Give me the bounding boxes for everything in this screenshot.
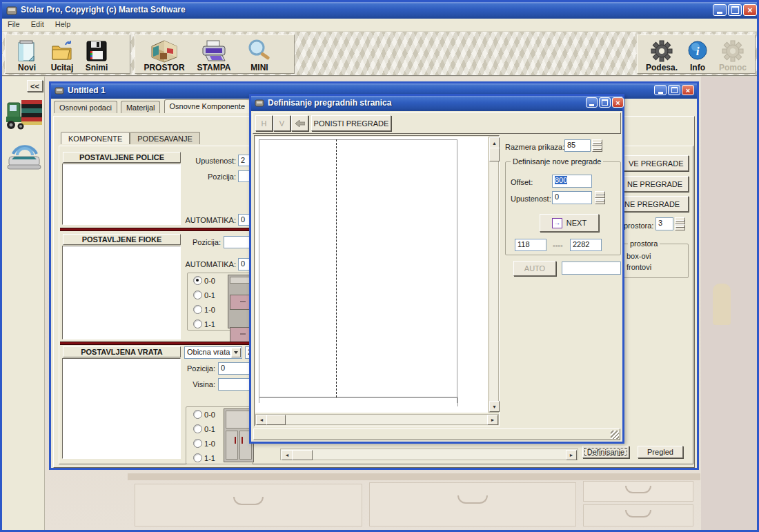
novi-button[interactable]: Novi: [10, 37, 44, 72]
snimi-label: Snimi: [86, 63, 108, 72]
forklift-icon[interactable]: [5, 96, 43, 135]
prostora-field[interactable]: 3: [656, 217, 673, 230]
cabinet-outline: [259, 139, 457, 403]
razmera-spinner[interactable]: [592, 139, 602, 152]
spin-down-icon[interactable]: [595, 198, 605, 205]
scroll-left-icon[interactable]: ◄: [256, 415, 267, 425]
ucitaj-button[interactable]: Ucitaj: [46, 37, 79, 72]
spin-up-icon[interactable]: [675, 217, 685, 224]
chevron-down-icon[interactable]: [231, 348, 241, 357]
auto-label: AUTO: [524, 264, 545, 273]
vrata-radio-0-0[interactable]: 0-0: [193, 410, 215, 419]
prostor-label: PROSTOR: [144, 63, 184, 72]
vrata-radio-1-0[interactable]: 1-0: [193, 439, 215, 448]
tab-materijal[interactable]: Materijal: [121, 101, 161, 113]
range-max-field[interactable]: 2282: [570, 239, 602, 251]
snimi-button[interactable]: Snimi: [79, 37, 115, 72]
dialog-upustenost-field[interactable]: 0: [552, 191, 592, 204]
upustenost-spinner[interactable]: [595, 191, 605, 204]
subtab-komponente[interactable]: KOMPONENTE: [61, 132, 130, 144]
definisanje-button[interactable]: Definisanje: [582, 446, 629, 458]
vrata-radio-1-1[interactable]: 1-1: [193, 453, 215, 462]
spin-up-icon[interactable]: [592, 139, 602, 146]
sidebar-collapse-button[interactable]: <<: [27, 80, 43, 92]
collapse-label: <<: [30, 82, 39, 90]
scroll-left-icon[interactable]: ◄: [282, 450, 293, 460]
vrata-header: POSTAVLJENA VRATA: [63, 346, 181, 357]
next-label: NEXT: [566, 219, 586, 227]
minimize-icon: [658, 92, 663, 94]
vrata-visina-label: Visina:: [185, 380, 215, 388]
gear-icon: [650, 39, 673, 63]
vrata-header-label: POSTAVLJENA VRATA: [81, 348, 163, 356]
maximize-icon: [731, 6, 739, 14]
fioke-radio-0-0[interactable]: 0-0: [193, 276, 215, 285]
spin-down-icon[interactable]: [675, 224, 685, 231]
dialog-close-button[interactable]: ×: [612, 97, 624, 108]
dialog-maximize-button[interactable]: [599, 97, 611, 108]
police-header-label: POSTAVLJENE POLICE: [79, 153, 164, 161]
spin-down-icon[interactable]: [592, 146, 602, 152]
document-hscrollbar[interactable]: ◄ ►: [280, 449, 578, 460]
vrata-radio-0-1[interactable]: 0-1: [193, 424, 215, 433]
pregled-button[interactable]: Pregled: [638, 446, 683, 458]
pregrade-dialog: Definisanje pregradnih stranica × H V PO…: [249, 94, 624, 444]
radio-icon: [193, 290, 202, 299]
next-button[interactable]: → NEXT: [540, 214, 599, 232]
document-minimize-button[interactable]: [654, 85, 667, 95]
offset-field[interactable]: 800: [552, 175, 592, 188]
tab-osnovni-podaci[interactable]: Osnovni podaci: [54, 101, 117, 113]
radio-label: 1-0: [204, 306, 215, 314]
vrata-listbox[interactable]: [62, 358, 181, 459]
range-min-field[interactable]: 118: [515, 239, 546, 251]
ponisti-label: PONISTI PREGRADE: [314, 119, 389, 128]
stampa-button[interactable]: STAMPA: [192, 37, 236, 72]
menu-edit[interactable]: Edit: [26, 19, 50, 31]
police-header: POSTAVLJENE POLICE: [63, 152, 181, 163]
prostor-button[interactable]: PROSTOR: [141, 37, 188, 72]
tab-osnovne-komponente[interactable]: Osnovne Komponente: [164, 99, 250, 113]
dialog-minimize-button[interactable]: [586, 97, 598, 108]
scroll-thumb[interactable]: [266, 415, 286, 425]
app-maximize-button[interactable]: [728, 4, 742, 16]
scroll-right-icon[interactable]: ►: [487, 415, 498, 425]
menu-bar: File Edit Help: [2, 19, 757, 32]
mini-button[interactable]: MINI: [240, 37, 279, 72]
ponisti-pregrade-button[interactable]: PONISTI PREGRADE: [311, 115, 391, 131]
document-close-button[interactable]: ×: [682, 85, 694, 95]
scroll-right-icon[interactable]: ►: [566, 450, 577, 460]
spin-up-icon[interactable]: [595, 191, 605, 198]
drawing-canvas[interactable]: [255, 137, 488, 413]
dialog-titlebar[interactable]: Definisanje pregradnih stranica ×: [251, 96, 622, 111]
vrata-type-dropdown[interactable]: Obicna vrata: [184, 346, 242, 359]
scroll-thumb[interactable]: [292, 450, 313, 460]
subtab-podesavanje[interactable]: PODESAVANJE: [130, 132, 200, 144]
app-minimize-button[interactable]: [713, 4, 727, 16]
app-close-button[interactable]: ×: [743, 4, 757, 16]
radio-label: 1-1: [204, 454, 215, 462]
scroll-thumb[interactable]: [489, 148, 500, 161]
podesa-button[interactable]: Podesa.: [642, 37, 682, 72]
fioke-radio-0-1[interactable]: 0-1: [193, 290, 215, 299]
fioke-radio-1-1[interactable]: 1-1: [193, 319, 215, 328]
fioke-listbox[interactable]: [62, 246, 181, 339]
resize-grip[interactable]: [611, 431, 619, 439]
razmera-field[interactable]: 85: [564, 139, 591, 152]
scroll-up-icon[interactable]: ▲: [489, 137, 500, 148]
document-maximize-button[interactable]: [668, 85, 680, 95]
auto-field[interactable]: [562, 262, 621, 275]
fioke-radio-1-0[interactable]: 1-0: [193, 305, 215, 314]
prostora-spinner[interactable]: [675, 217, 685, 230]
police-listbox[interactable]: [62, 164, 181, 225]
info-button[interactable]: i Info: [683, 37, 712, 72]
vrata-pozicija-field[interactable]: 0: [218, 362, 251, 375]
scanner-icon[interactable]: [6, 140, 42, 172]
range-min-value: 118: [518, 240, 530, 248]
info-icon: i: [687, 39, 709, 63]
menu-file[interactable]: File: [2, 19, 26, 31]
menu-help[interactable]: Help: [50, 19, 77, 31]
fioke-pozicija-field[interactable]: [224, 236, 251, 248]
scroll-down-icon[interactable]: ▼: [489, 401, 500, 412]
canvas-vscrollbar[interactable]: ▲ ▼: [489, 137, 499, 413]
canvas-hscrollbar[interactable]: ◄ ►: [255, 414, 499, 425]
